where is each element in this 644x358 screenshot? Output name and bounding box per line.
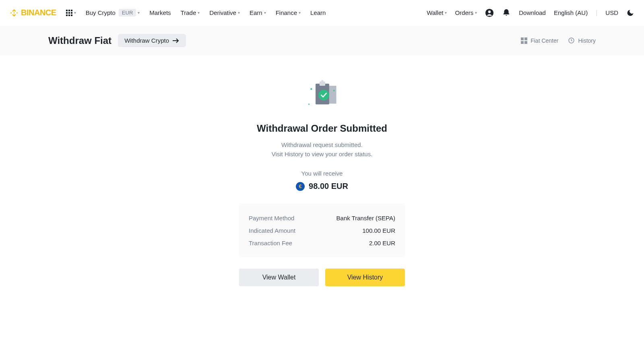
header: BINANCE ▾ Buy Crypto EUR ▾ Markets Trade…: [0, 0, 644, 26]
page-bar-left: Withdraw Fiat Withdraw Crypto: [48, 34, 186, 47]
nav-label: Derivative: [209, 9, 236, 16]
arrow-right-icon: [172, 38, 180, 43]
nav-download[interactable]: Download: [519, 9, 546, 16]
moon-icon: [626, 9, 634, 17]
status-title: Withdrawal Order Submitted: [257, 123, 387, 134]
nav-label: Wallet: [427, 9, 443, 16]
fiat-center-link[interactable]: Fiat Center: [521, 37, 558, 44]
view-history-button[interactable]: View History: [325, 269, 405, 286]
content-card: Withdrawal Order Submitted Withdrawal re…: [3, 55, 641, 319]
nav-trade[interactable]: Trade ▾: [181, 9, 200, 16]
bell-icon: [502, 8, 511, 17]
detail-value: Bank Transfer (SEPA): [336, 215, 395, 221]
detail-label: Transaction Fee: [249, 240, 292, 246]
nav-label: Download: [519, 9, 546, 16]
chevron-down-icon: ▾: [445, 10, 447, 15]
nav-learn[interactable]: Learn: [310, 9, 326, 16]
clipboard-check-icon: [304, 79, 340, 112]
apps-icon: [66, 10, 72, 16]
page-bar: Withdraw Fiat Withdraw Crypto Fiat Cente…: [0, 26, 644, 55]
detail-label: Indicated Amount: [249, 227, 295, 234]
nav-label: English (AU): [554, 9, 588, 16]
svg-rect-12: [310, 88, 312, 90]
detail-row-payment-method: Payment Method Bank Transfer (SEPA): [249, 212, 395, 224]
status-description: Withdrawal request submitted. Visit Hist…: [272, 141, 373, 159]
nav-language[interactable]: English (AU): [554, 9, 588, 16]
currency-badge: EUR: [119, 9, 136, 17]
svg-point-11: [318, 90, 329, 101]
euro-icon: €: [296, 182, 305, 191]
page-title: Withdraw Fiat: [48, 35, 111, 46]
svg-rect-14: [308, 103, 310, 105]
account-button[interactable]: [485, 8, 494, 17]
nav-label: Orders: [455, 9, 473, 16]
chevron-down-icon: ▾: [299, 10, 301, 15]
svg-rect-10: [321, 80, 323, 82]
chevron-down-icon: ▾: [138, 10, 140, 15]
chevron-down-icon: ▾: [238, 10, 240, 15]
chevron-down-icon: ▾: [475, 10, 477, 15]
receive-label: You will receive: [301, 170, 343, 177]
detail-value: 2.00 EUR: [369, 240, 395, 246]
divider: |: [596, 9, 597, 17]
nav-label: Trade: [181, 9, 196, 16]
svg-point-1: [488, 10, 491, 13]
nav-wallet[interactable]: Wallet ▾: [427, 9, 447, 16]
user-icon: [485, 8, 494, 17]
notifications-button[interactable]: [502, 8, 511, 17]
amount-value: 98.00 EUR: [309, 182, 348, 191]
success-illustration: [304, 79, 340, 113]
chevron-down-icon: ▾: [264, 10, 266, 15]
brand-text: BINANCE: [21, 8, 56, 17]
link-label: Fiat Center: [530, 37, 558, 44]
main-nav: Buy Crypto EUR ▾ Markets Trade ▾ Derivat…: [86, 9, 427, 17]
desc-line: Withdrawal request submitted.: [272, 141, 373, 150]
details-box: Payment Method Bank Transfer (SEPA) Indi…: [239, 204, 405, 257]
nav-label: USD: [605, 9, 618, 16]
nav-earn[interactable]: Earn ▾: [250, 9, 266, 16]
nav-label: Learn: [310, 9, 326, 16]
grid-icon: [521, 37, 527, 44]
history-icon: [568, 37, 575, 44]
nav-orders[interactable]: Orders ▾: [455, 9, 477, 16]
nav-label: Earn: [250, 9, 262, 16]
svg-rect-3: [524, 37, 527, 40]
history-link[interactable]: History: [568, 37, 596, 44]
nav-markets[interactable]: Markets: [149, 9, 171, 16]
link-label: History: [578, 37, 596, 44]
detail-label: Payment Method: [249, 215, 294, 221]
nav-fiat[interactable]: USD: [605, 9, 618, 16]
withdraw-crypto-link[interactable]: Withdraw Crypto: [118, 34, 186, 47]
nav-derivative[interactable]: Derivative ▾: [209, 9, 240, 16]
nav-buy-crypto[interactable]: Buy Crypto EUR ▾: [86, 9, 140, 17]
desc-line: Visit History to view your order status.: [272, 150, 373, 159]
link-label: Withdraw Crypto: [124, 37, 169, 44]
button-row: View Wallet View History: [239, 269, 405, 286]
svg-rect-2: [521, 37, 524, 40]
chevron-down-icon: ▾: [198, 10, 200, 15]
nav-label: Buy Crypto: [86, 9, 116, 16]
svg-rect-4: [521, 41, 524, 44]
chevron-down-icon: ▾: [74, 10, 76, 15]
svg-rect-5: [524, 41, 527, 44]
nav-right: Wallet ▾ Orders ▾ Download English (AU) …: [427, 8, 634, 17]
apps-menu[interactable]: ▾: [66, 10, 76, 16]
brand-logo[interactable]: BINANCE: [10, 8, 56, 17]
detail-row-fee: Transaction Fee 2.00 EUR: [249, 237, 395, 249]
nav-label: Finance: [276, 9, 297, 16]
binance-icon: [10, 8, 19, 17]
nav-label: Markets: [149, 9, 171, 16]
theme-toggle[interactable]: [626, 9, 634, 17]
detail-row-indicated-amount: Indicated Amount 100.00 EUR: [249, 224, 395, 237]
nav-finance[interactable]: Finance ▾: [276, 9, 301, 16]
page-bar-right: Fiat Center History: [521, 37, 596, 44]
receive-amount: € 98.00 EUR: [296, 182, 348, 191]
view-wallet-button[interactable]: View Wallet: [239, 269, 319, 286]
detail-value: 100.00 EUR: [362, 227, 395, 234]
